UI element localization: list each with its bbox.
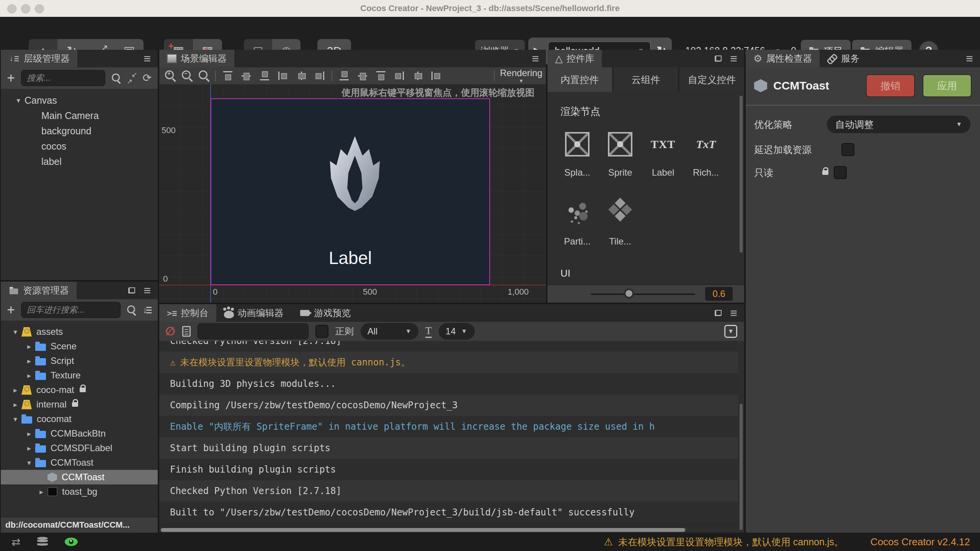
- asset-row[interactable]: CCMSDFLabel: [1, 441, 158, 455]
- log-row[interactable]: ⚠ 未在模块设置里设置物理模块，默认使用 cannon.js。: [159, 352, 738, 373]
- search-icon[interactable]: [111, 73, 121, 83]
- clear-console-icon[interactable]: ∅: [165, 326, 175, 337]
- expand-arrow[interactable]: [23, 429, 35, 438]
- asset-row[interactable]: toast_bg: [1, 484, 158, 499]
- widgets-scrollbar[interactable]: [740, 96, 743, 253]
- expand-arrow[interactable]: [12, 96, 24, 105]
- font-size-dropdown[interactable]: 14 ▼: [439, 323, 475, 340]
- tab-custom-widgets[interactable]: 自定义控件: [679, 67, 744, 92]
- expand-arrow[interactable]: [9, 415, 21, 424]
- rendering-mode-dropdown[interactable]: Rendering ▼: [500, 68, 542, 83]
- zoom-out-icon[interactable]: −: [181, 70, 193, 82]
- hierarchy-node-row[interactable]: Main Camera: [1, 108, 158, 123]
- tab-properties[interactable]: ⚙ 属性检查器: [746, 50, 820, 67]
- async-load-checkbox[interactable]: [841, 143, 854, 156]
- log-row[interactable]: ⚠ Checked Python Version [2.7.18]: [159, 341, 738, 352]
- tab-cloud-components[interactable]: 云组件: [614, 67, 678, 92]
- align-left-icon[interactable]: [276, 70, 289, 82]
- align-top-icon[interactable]: [221, 70, 234, 82]
- expand-arrow[interactable]: [23, 357, 35, 365]
- console-vertical-scrollbar[interactable]: [740, 404, 743, 530]
- close-window-button[interactable]: [7, 4, 16, 13]
- asset-row[interactable]: Texture: [1, 368, 158, 383]
- widget-item[interactable]: Spla...: [556, 122, 599, 191]
- optimization-policy-dropdown[interactable]: 自动调整 ▼: [827, 116, 970, 133]
- sort-icon[interactable]: [143, 305, 152, 315]
- statusbar-warning[interactable]: ⚠ 未在模块设置里设置物理模块，默认使用 cannon.js。: [604, 536, 844, 548]
- distribute-bottom-icon[interactable]: [374, 70, 387, 82]
- panel-menu-icon[interactable]: ≡: [730, 52, 737, 65]
- panel-menu-icon[interactable]: ≡: [730, 307, 737, 319]
- log-row[interactable]: ⚠ Finish building plugin scripts: [159, 459, 738, 480]
- hierarchy-search-input[interactable]: [21, 70, 105, 86]
- asset-row[interactable]: CCMBackBtn: [1, 426, 158, 441]
- asset-row[interactable]: cocomat: [1, 412, 158, 426]
- assets-search-input[interactable]: [21, 302, 121, 318]
- log-row[interactable]: ⚠ Building 3D physics modules...: [159, 373, 738, 395]
- expand-arrow[interactable]: [23, 458, 35, 467]
- hierarchy-node-row[interactable]: label: [1, 154, 158, 169]
- sync-icon[interactable]: ⇄: [11, 536, 20, 548]
- expand-arrow[interactable]: [35, 487, 47, 496]
- scroll-to-bottom-toggle[interactable]: ▼: [724, 325, 737, 338]
- widget-item[interactable]: Rich...: [684, 122, 727, 191]
- database-icon[interactable]: [37, 537, 48, 547]
- hierarchy-node-row[interactable]: cocos: [1, 139, 158, 154]
- collapse-all-icon[interactable]: [127, 73, 137, 83]
- add-asset-button[interactable]: +: [7, 303, 15, 317]
- zoom-reset-icon[interactable]: [198, 70, 210, 82]
- expand-arrow[interactable]: [23, 444, 35, 453]
- popout-panel-icon[interactable]: [128, 287, 135, 293]
- distribute-left-icon[interactable]: [393, 70, 406, 82]
- tab-widget-library[interactable]: △ 控件库: [547, 50, 602, 67]
- panel-menu-icon[interactable]: ≡: [966, 52, 973, 65]
- log-row[interactable]: ⚠ Compiling /Users/zbw/testDemo/cocosDem…: [159, 395, 738, 416]
- log-row[interactable]: ⚠ Enable "内联所有 SpriteFrame" in native pl…: [159, 416, 738, 437]
- popout-panel-icon[interactable]: [715, 310, 722, 316]
- widget-item[interactable]: Sprite: [599, 122, 642, 191]
- asset-row[interactable]: CCMToast: [1, 470, 158, 484]
- panel-menu-icon[interactable]: ≡: [144, 284, 151, 297]
- asset-row[interactable]: assets: [1, 324, 158, 339]
- widget-item[interactable]: Parti...: [556, 191, 599, 260]
- widget-zoom-slider-knob[interactable]: [624, 289, 634, 298]
- hierarchy-node-row[interactable]: background: [1, 123, 158, 139]
- tab-animation-editor[interactable]: 动画编辑器: [216, 304, 291, 322]
- align-bottom-icon[interactable]: [258, 70, 271, 82]
- console-filter-input[interactable]: [198, 323, 309, 339]
- tab-builtin-widgets[interactable]: 内置控件: [547, 67, 612, 92]
- minimize-window-button[interactable]: [21, 4, 30, 13]
- log-level-dropdown[interactable]: All ▼: [361, 323, 418, 340]
- console-horizontal-scrollbar[interactable]: [161, 528, 685, 532]
- revert-prefab-button[interactable]: 撤销: [866, 74, 915, 97]
- scene-viewport[interactable]: 使用鼠标右键平移视窗焦点，使用滚轮缩放视图 Label 500 0 0 500 …: [159, 84, 546, 303]
- expand-arrow[interactable]: [9, 400, 21, 409]
- add-node-button[interactable]: +: [7, 71, 15, 85]
- distribute-right-icon[interactable]: [430, 70, 443, 82]
- widget-item[interactable]: Tile...: [599, 191, 642, 260]
- zoom-in-icon[interactable]: +: [165, 70, 176, 82]
- refresh-icon[interactable]: ⟳: [143, 73, 152, 83]
- asset-row[interactable]: Scene: [1, 339, 158, 354]
- align-right-icon[interactable]: [313, 70, 326, 82]
- zoom-window-button[interactable]: [35, 4, 44, 13]
- asset-row[interactable]: internal: [1, 397, 158, 412]
- asset-row[interactable]: Script: [1, 354, 158, 368]
- expand-arrow[interactable]: [23, 371, 35, 380]
- log-row[interactable]: ⚠ Built to "/Users/zbw/testDemo/cocosDem…: [159, 502, 738, 523]
- tab-assets[interactable]: 资源管理器: [1, 282, 77, 299]
- align-vcenter-icon[interactable]: [240, 70, 253, 82]
- asset-row[interactable]: coco-mat: [1, 383, 158, 397]
- expand-arrow[interactable]: [9, 328, 21, 336]
- distribute-top-icon[interactable]: [338, 70, 351, 82]
- hierarchy-node-row[interactable]: Canvas: [1, 93, 158, 108]
- distribute-hcenter-icon[interactable]: [411, 70, 424, 82]
- tab-game-preview[interactable]: 游戏预览: [291, 304, 359, 322]
- regex-checkbox[interactable]: [315, 325, 328, 338]
- eye-icon[interactable]: [65, 538, 78, 546]
- tab-services[interactable]: 服务: [820, 50, 867, 67]
- widget-zoom-value[interactable]: 0.6: [705, 287, 733, 301]
- widget-item[interactable]: Label: [642, 122, 684, 191]
- open-log-file-icon[interactable]: [182, 326, 191, 337]
- tab-hierarchy[interactable]: 层级管理器: [1, 50, 77, 67]
